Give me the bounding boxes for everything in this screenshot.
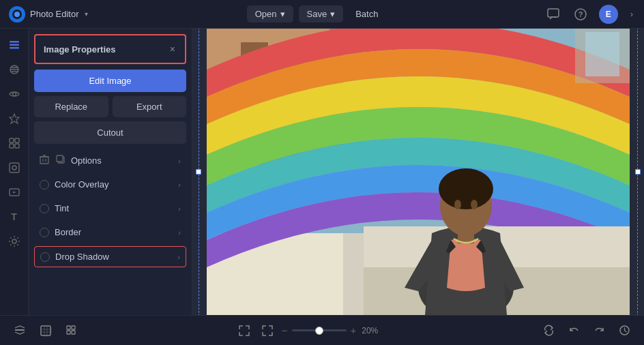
color-overlay-chevron-icon: › — [178, 181, 181, 189]
svg-rect-15 — [10, 138, 14, 142]
history-button[interactable] — [616, 322, 633, 339]
tint-chevron-icon: › — [178, 205, 181, 213]
svg-marker-14 — [10, 114, 19, 123]
image-properties-panel: Image Properties × Edit Image Replace Ex… — [29, 29, 192, 315]
edit-image-button[interactable]: Edit Image — [34, 70, 186, 92]
border-label: Border — [55, 227, 173, 237]
svg-rect-45 — [585, 32, 619, 76]
replace-export-row: Replace Export — [34, 96, 186, 117]
handle-middle-left[interactable] — [196, 169, 201, 175]
svg-point-40 — [439, 168, 493, 209]
panel-title: Image Properties — [44, 44, 116, 55]
options-chevron-icon: › — [178, 157, 181, 165]
svg-rect-43 — [458, 226, 474, 243]
sidebar-item-eye[interactable] — [3, 83, 25, 105]
svg-point-42 — [471, 200, 478, 209]
topbar-left: Photo Editor ▾ — [8, 5, 88, 23]
drop-shadow-label: Drop Shadow — [55, 252, 172, 262]
topbar: Photo Editor ▾ Open ▾ Save ▾ Batch ? E › — [0, 0, 644, 29]
drop-shadow-chevron-icon: › — [177, 253, 180, 261]
text-tool-icon: T — [11, 211, 17, 222]
sidebar-item-elements[interactable] — [3, 157, 25, 179]
sidebar-item-settings[interactable] — [3, 230, 25, 252]
zoom-fill-button[interactable] — [259, 322, 276, 340]
sidebar-item-layout[interactable] — [3, 132, 25, 154]
help-icon[interactable]: ? — [572, 5, 589, 23]
topbar-more-icon[interactable]: › — [628, 6, 636, 22]
zoom-slider[interactable] — [292, 329, 347, 331]
cutout-button[interactable]: Cutout — [34, 121, 186, 144]
sidebar-item-media[interactable] — [3, 181, 25, 203]
border-checkbox[interactable] — [40, 228, 49, 237]
topbar-center: Open ▾ Save ▾ Batch — [247, 5, 385, 22]
export-button[interactable]: Export — [113, 96, 187, 117]
canvas-area — [192, 29, 644, 315]
tint-checkbox[interactable] — [40, 204, 49, 213]
avatar[interactable]: E — [599, 5, 618, 24]
frame-button[interactable] — [37, 322, 55, 340]
save-chevron-icon: ▾ — [330, 9, 335, 19]
bottom-center: − + 20% — [235, 322, 386, 340]
svg-text:?: ? — [578, 10, 583, 18]
sidebar-item-effects[interactable] — [3, 108, 25, 130]
layers-toggle-button[interactable] — [11, 322, 29, 340]
bottom-right — [540, 322, 633, 339]
drop-shadow-checkbox[interactable] — [40, 252, 50, 262]
panel-close-button[interactable]: × — [169, 42, 177, 56]
chat-icon[interactable] — [544, 5, 562, 23]
svg-rect-23 — [40, 157, 48, 164]
main-layout: T Image Properties × Edit Image Replace … — [0, 29, 644, 315]
redo-button[interactable] — [591, 322, 608, 339]
svg-rect-19 — [10, 163, 19, 172]
options-row: Options › — [34, 151, 186, 170]
bottom-left — [11, 322, 80, 340]
panel-header: Image Properties × — [34, 34, 186, 64]
duplicate-icon[interactable] — [56, 155, 65, 166]
svg-rect-47 — [41, 326, 50, 335]
zoom-percentage: 20% — [362, 326, 385, 335]
options-icons — [40, 155, 65, 166]
svg-rect-46 — [15, 329, 25, 331]
color-overlay-checkbox[interactable] — [40, 180, 49, 190]
zoom-plus-button[interactable]: + — [351, 325, 357, 336]
left-sidebar: T — [0, 29, 29, 315]
undo-button[interactable] — [566, 322, 583, 339]
border-row[interactable]: Border › — [34, 222, 186, 242]
svg-rect-3 — [548, 9, 559, 17]
svg-rect-27 — [57, 155, 63, 162]
svg-point-22 — [12, 239, 16, 243]
zoom-slider-thumb[interactable] — [315, 327, 323, 335]
canvas-image — [207, 29, 630, 315]
svg-rect-18 — [15, 144, 19, 148]
svg-rect-16 — [15, 138, 19, 142]
options-label: Options — [71, 155, 178, 166]
svg-point-13 — [12, 93, 16, 96]
grid-button[interactable] — [63, 322, 80, 340]
zoom-fit-button[interactable] — [235, 322, 253, 340]
open-button[interactable]: Open ▾ — [247, 5, 293, 22]
replace-button[interactable]: Replace — [34, 96, 108, 117]
sidebar-item-layers[interactable] — [3, 34, 25, 56]
zoom-minus-button[interactable]: − — [282, 325, 288, 336]
zoom-slider-container: − + — [282, 325, 357, 336]
refresh-button[interactable] — [540, 322, 557, 339]
batch-button[interactable]: Batch — [349, 5, 385, 22]
app-title: Photo Editor — [30, 9, 79, 19]
app-menu-chevron-icon[interactable]: ▾ — [85, 10, 88, 18]
svg-point-20 — [12, 166, 16, 170]
color-overlay-row[interactable]: Color Overlay › — [34, 175, 186, 194]
save-button[interactable]: Save ▾ — [299, 5, 344, 22]
bottom-toolbar: − + 20% — [0, 315, 644, 345]
handle-middle-right[interactable] — [635, 169, 641, 175]
svg-rect-6 — [10, 41, 19, 43]
delete-icon[interactable] — [40, 155, 49, 166]
svg-rect-7 — [10, 44, 19, 46]
tint-row[interactable]: Tint › — [34, 198, 186, 218]
drop-shadow-row[interactable]: Drop Shadow › — [34, 246, 186, 267]
sidebar-item-filters[interactable] — [3, 59, 25, 80]
border-chevron-icon: › — [178, 228, 181, 237]
photo-svg — [207, 29, 630, 315]
sidebar-item-text[interactable]: T — [3, 206, 25, 228]
panel-body: Edit Image Replace Export Cutout — [29, 70, 192, 273]
app-logo-icon — [8, 5, 26, 23]
